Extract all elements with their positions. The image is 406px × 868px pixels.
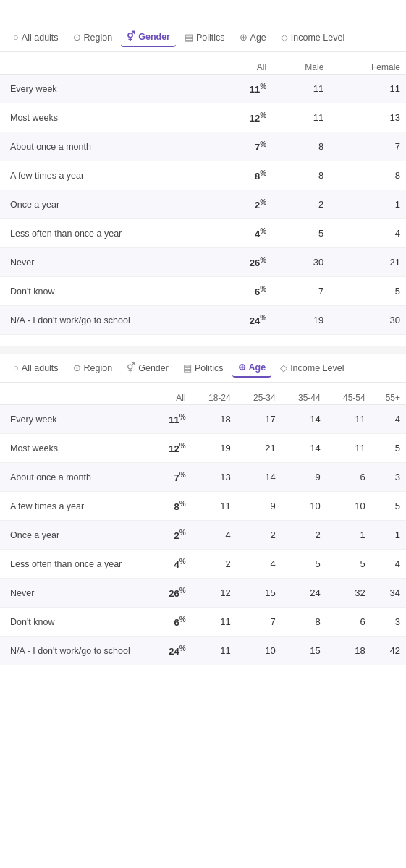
table-row: About once a month 7% 13 14 9 6 3 [0, 463, 406, 492]
tab-region-1[interactable]: ⊙ Region [67, 28, 119, 46]
age1-value: 2 [192, 550, 237, 579]
age1-value: 11 [192, 637, 237, 665]
row-label: Less often than once a year [0, 550, 153, 579]
age3-value: 15 [282, 637, 326, 665]
female-col-header: Female [329, 59, 406, 75]
male-value: 8 [272, 161, 329, 190]
tab-label: Gender [138, 32, 170, 42]
row-label: A few times a year [0, 492, 153, 521]
tab-region-2[interactable]: ⊙ Region [67, 359, 119, 377]
tab-all-adults-1[interactable]: ○ All adults [7, 28, 64, 46]
page-title [0, 0, 406, 23]
table-row: About once a month 7% 8 7 [0, 132, 406, 161]
table-row: Never 26% 30 21 [0, 248, 406, 277]
age2-value: 10 [237, 637, 282, 665]
table-row: Most weeks 12% 11 13 [0, 103, 406, 132]
tab-income-2[interactable]: ◇ Income Level [274, 359, 350, 377]
tab-bar-gender: ○ All adults ⊙ Region ⚥ Gender ▤ Politic… [0, 23, 406, 52]
row-label: N/A - I don't work/go to school [0, 306, 219, 335]
tab-label: Region [84, 363, 113, 373]
tab-label: All adults [22, 363, 59, 373]
all-value: 24% [153, 637, 191, 665]
all-col-header: All [219, 59, 272, 75]
age3-value: 8 [282, 608, 326, 637]
age3-value: 9 [282, 463, 326, 492]
male-value: 2 [272, 190, 329, 219]
age5-value: 3 [371, 463, 406, 492]
table-row: Don't know 6% 7 5 [0, 277, 406, 306]
age-table: All 18-24 25-34 35-44 45-54 55+ Every we… [0, 390, 406, 665]
all-value: 2% [219, 190, 272, 219]
row-label: A few times a year [0, 161, 219, 190]
row-label: Don't know [0, 277, 219, 306]
age4-value: 10 [326, 492, 371, 521]
tab-age-1[interactable]: ⊕ Age [234, 28, 272, 46]
table-row: N/A - I don't work/go to school 24% 19 3… [0, 306, 406, 335]
age2-value: 14 [237, 463, 282, 492]
age4-value: 11 [326, 405, 371, 434]
gender-table: All Male Female Every week 11% 11 11 Mos… [0, 59, 406, 335]
table-row: Once a year 2% 4 2 2 1 1 [0, 521, 406, 550]
female-value: 11 [329, 75, 406, 103]
all-value: 2% [153, 521, 191, 550]
age5-value: 4 [371, 405, 406, 434]
age5-value: 1 [371, 521, 406, 550]
all-value: 8% [219, 161, 272, 190]
table-row: Once a year 2% 2 1 [0, 190, 406, 219]
row-label: Less often than once a year [0, 219, 219, 248]
female-value: 7 [329, 132, 406, 161]
tab-gender-1[interactable]: ⚥ Gender [121, 27, 176, 47]
age2-value: 9 [237, 492, 282, 521]
age4-value: 6 [326, 608, 371, 637]
politics-icon: ▤ [185, 32, 193, 43]
row-label: Most weeks [0, 103, 219, 132]
age3-col-header: 35-44 [282, 390, 326, 405]
tab-politics-1[interactable]: ▤ Politics [179, 28, 231, 46]
tab-bar-age: ○ All adults ⊙ Region ⚥ Gender ▤ Politic… [0, 354, 406, 383]
tab-label: All adults [22, 33, 59, 43]
male-value: 30 [272, 248, 329, 277]
female-value: 1 [329, 190, 406, 219]
tab-politics-2[interactable]: ▤ Politics [177, 359, 229, 377]
tab-label: Politics [196, 33, 225, 43]
politics-icon-2: ▤ [183, 362, 192, 373]
label-col-header-age [0, 390, 153, 405]
age3-value: 14 [282, 405, 326, 434]
table-row: N/A - I don't work/go to school 24% 11 1… [0, 637, 406, 665]
row-label: Never [0, 248, 219, 277]
tab-all-adults-2[interactable]: ○ All adults [7, 359, 64, 377]
age2-col-header: 25-34 [237, 390, 282, 405]
age2-value: 15 [237, 579, 282, 608]
table-row: Less often than once a year 4% 5 4 [0, 219, 406, 248]
table-row: Every week 11% 18 17 14 11 4 [0, 405, 406, 434]
female-value: 30 [329, 306, 406, 335]
gender-icon-2: ⚥ [127, 362, 135, 373]
row-label: N/A - I don't work/go to school [0, 637, 153, 665]
tab-label: Region [84, 33, 113, 43]
tab-label: Income Level [291, 33, 344, 43]
all-value: 26% [153, 579, 191, 608]
age4-value: 5 [326, 550, 371, 579]
age5-value: 4 [371, 550, 406, 579]
age4-value: 6 [326, 463, 371, 492]
age2-value: 4 [237, 550, 282, 579]
age4-value: 11 [326, 434, 371, 463]
tab-label: Income Level [290, 363, 344, 373]
age1-value: 11 [192, 608, 237, 637]
age3-value: 24 [282, 579, 326, 608]
tab-gender-2[interactable]: ⚥ Gender [121, 359, 174, 377]
circle-icon: ○ [13, 32, 19, 43]
age1-value: 13 [192, 463, 237, 492]
age1-value: 12 [192, 579, 237, 608]
tab-age-2[interactable]: ⊕ Age [232, 358, 272, 378]
tab-income-1[interactable]: ◇ Income Level [275, 28, 350, 46]
age1-value: 11 [192, 492, 237, 521]
table-row: A few times a year 8% 11 9 10 10 5 [0, 492, 406, 521]
row-label: Every week [0, 405, 153, 434]
male-value: 5 [272, 219, 329, 248]
age5-value: 5 [371, 434, 406, 463]
age-section: All 18-24 25-34 35-44 45-54 55+ Every we… [0, 383, 406, 677]
female-value: 4 [329, 219, 406, 248]
male-col-header: Male [272, 59, 329, 75]
all-col-header-age: All [153, 390, 191, 405]
